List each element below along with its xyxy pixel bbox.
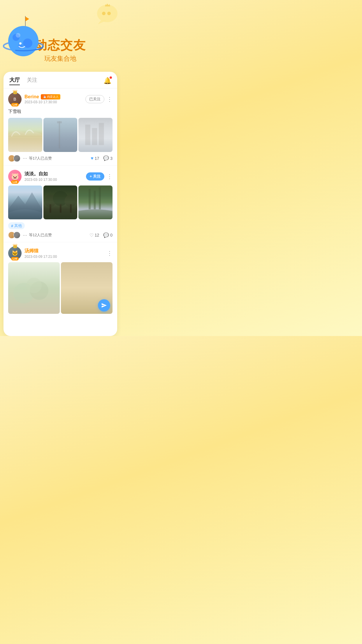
- svg-point-12: [19, 42, 22, 45]
- comments-count: 0: [110, 233, 113, 237]
- comment-icon: 💬: [103, 155, 109, 161]
- heart-filled-icon: ♥: [91, 156, 94, 161]
- post-actions: 已关注 ⋮: [85, 95, 113, 103]
- post-images: [8, 118, 113, 152]
- more-options-icon[interactable]: ⋮: [107, 173, 113, 180]
- comments-count: 3: [110, 156, 113, 161]
- post-item: 🐷 Lv6 淡淡。自如 2023-03-10 17:30:00 + 关注 ⋮: [3, 166, 117, 243]
- notification-dot: [110, 76, 112, 79]
- svg-marker-5: [25, 17, 29, 21]
- liker-avatars: [8, 232, 19, 239]
- level-badge: Lv6: [11, 103, 19, 106]
- post-images-partial: [8, 262, 113, 314]
- user-info: 淡淡。自如 2023-03-10 17:30:00: [24, 171, 57, 182]
- comments-stat[interactable]: 💬 3: [103, 155, 113, 161]
- post-item: 🐱 👑 Lv6 汤姆猫 2023-03-09 17:21:00 ⋮: [3, 242, 117, 331]
- crown-icon: 👑: [13, 90, 17, 94]
- likes-text: 等12人已点赞: [29, 232, 52, 238]
- bell-button[interactable]: 🔔: [103, 77, 111, 85]
- svg-point-31: [26, 278, 42, 293]
- user-info: Berine 🐔 鸡蛋达人 2023-03-10 17:30:00: [24, 94, 60, 104]
- comment-icon: 💬: [103, 232, 109, 238]
- post-item: B 👑 Lv6 Berine 🐔 鸡蛋达人 2023-03-10 17:30:0…: [3, 88, 117, 165]
- tag-text: 其他: [14, 223, 22, 228]
- more-likers-icon: ···: [23, 155, 27, 161]
- post-time: 2023-03-10 17:30:00: [24, 100, 60, 104]
- tab-hall[interactable]: 大厅: [9, 76, 20, 85]
- username: 汤姆猫: [24, 248, 38, 254]
- username: Berine: [24, 94, 39, 99]
- svg-rect-16: [57, 121, 61, 123]
- follow-button[interactable]: 已关注: [85, 95, 104, 103]
- post-images: [8, 186, 113, 220]
- post-image[interactable]: [78, 118, 113, 152]
- post-stats: ♥ 17 💬 3: [91, 155, 113, 161]
- tabs: 大厅 关注: [9, 76, 37, 85]
- likes-stat[interactable]: ♡ 12: [89, 232, 99, 238]
- main-card: 大厅 关注 🔔 B 👑 Lv6 Berine 🐔: [3, 72, 117, 336]
- hash-icon: #: [11, 224, 13, 228]
- post-time: 2023-03-10 17:30:00: [24, 178, 57, 182]
- level-badge: Lv6: [11, 180, 19, 184]
- user-name-row: 汤姆猫: [24, 248, 57, 254]
- post-header: 🐱 👑 Lv6 汤姆猫 2023-03-09 17:21:00 ⋮: [8, 246, 113, 260]
- post-time: 2023-03-09 17:21:00: [24, 255, 57, 259]
- liker-avatar: [13, 232, 20, 239]
- comments-stat[interactable]: 💬 0: [103, 232, 113, 238]
- svg-rect-18: [92, 128, 97, 145]
- avatar-wrap: 🐷 Lv6: [8, 170, 22, 183]
- tab-bar: 大厅 关注 🔔: [3, 72, 117, 88]
- post-text: 下雪啦: [8, 108, 113, 115]
- more-options-icon[interactable]: ⋮: [107, 250, 113, 257]
- post-image[interactable]: [8, 262, 60, 314]
- user-name-row: Berine 🐔 鸡蛋达人: [24, 94, 60, 99]
- post-footer: ··· 等12人已点赞 ♡ 12 💬 0: [8, 232, 113, 239]
- svg-rect-15: [59, 121, 60, 148]
- post-image[interactable]: [8, 186, 42, 220]
- post-user: B 👑 Lv6 Berine 🐔 鸡蛋达人 2023-03-10 17:30:0…: [8, 92, 60, 106]
- level-badge: Lv6: [11, 257, 19, 260]
- likers: ··· 等12人已点赞: [8, 232, 52, 239]
- post-footer: ··· 等17人已点赞 ♥ 17 💬 3: [8, 155, 113, 162]
- svg-rect-26: [89, 189, 91, 209]
- liker-avatar: [13, 155, 20, 162]
- heart-outline-icon: ♡: [89, 232, 94, 238]
- user-info: 汤姆猫 2023-03-09 17:21:00: [24, 248, 57, 259]
- likes-count: 17: [95, 156, 99, 161]
- liker-avatars: [8, 155, 19, 162]
- username: 淡淡。自如: [24, 171, 48, 177]
- avatar-wrap: B 👑 Lv6: [8, 92, 22, 106]
- svg-rect-23: [50, 204, 51, 213]
- post-image[interactable]: [8, 118, 42, 152]
- more-options-icon[interactable]: ⋮: [107, 96, 113, 103]
- send-button[interactable]: [98, 299, 110, 312]
- post-header: 🐷 Lv6 淡淡。自如 2023-03-10 17:30:00 + 关注 ⋮: [8, 170, 113, 183]
- svg-rect-24: [60, 204, 61, 213]
- tab-follow[interactable]: 关注: [27, 76, 37, 85]
- planet-illustration: [3, 16, 51, 63]
- svg-rect-27: [94, 190, 96, 209]
- post-image[interactable]: [61, 262, 113, 314]
- post-image[interactable]: [78, 186, 113, 220]
- svg-point-11: [16, 33, 20, 38]
- more-likers-icon: ···: [23, 232, 27, 238]
- post-image[interactable]: [43, 118, 78, 152]
- post-actions: + 关注 ⋮: [86, 172, 113, 181]
- post-stats: ♡ 12 💬 0: [89, 232, 113, 238]
- follow-button[interactable]: + 关注: [86, 172, 104, 181]
- post-header: B 👑 Lv6 Berine 🐔 鸡蛋达人 2023-03-10 17:30:0…: [8, 92, 113, 106]
- user-name-row: 淡淡。自如: [24, 171, 57, 177]
- crown-icon: 👑: [13, 244, 17, 248]
- post-user: 🐷 Lv6 淡淡。自如 2023-03-10 17:30:00: [8, 170, 57, 183]
- svg-point-7: [8, 26, 38, 56]
- post-actions: ⋮: [107, 250, 113, 257]
- post-user: 🐱 👑 Lv6 汤姆猫 2023-03-09 17:21:00: [8, 246, 57, 260]
- avatar-wrap: 🐱 👑 Lv6: [8, 246, 22, 260]
- svg-rect-28: [99, 187, 101, 209]
- likes-count: 12: [95, 233, 99, 237]
- post-image[interactable]: [43, 186, 78, 220]
- user-badge: 🐔 鸡蛋达人: [41, 94, 60, 99]
- svg-rect-25: [70, 204, 72, 213]
- post-tag: # 其他: [8, 222, 25, 229]
- likes-stat[interactable]: ♥ 17: [91, 156, 99, 161]
